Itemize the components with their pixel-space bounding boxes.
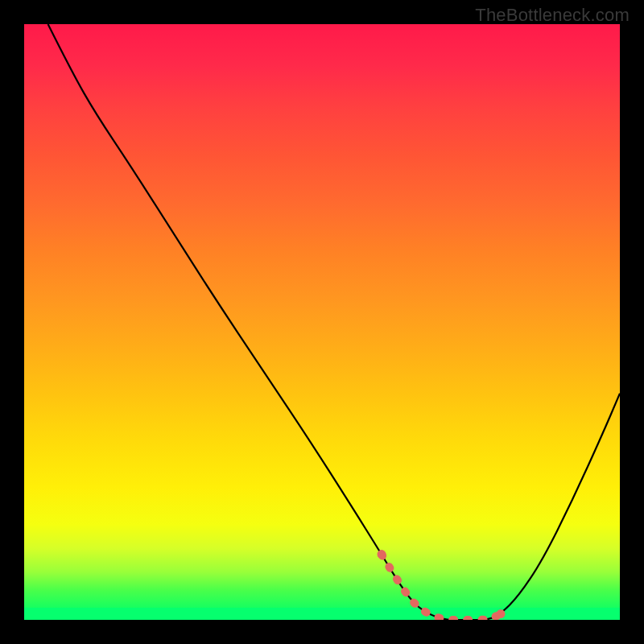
plot-area — [24, 24, 620, 620]
chart-container: TheBottleneck.com — [0, 0, 644, 644]
watermark-text: TheBottleneck.com — [475, 5, 630, 26]
gradient-background — [24, 24, 620, 620]
bottom-green-band — [24, 608, 620, 620]
